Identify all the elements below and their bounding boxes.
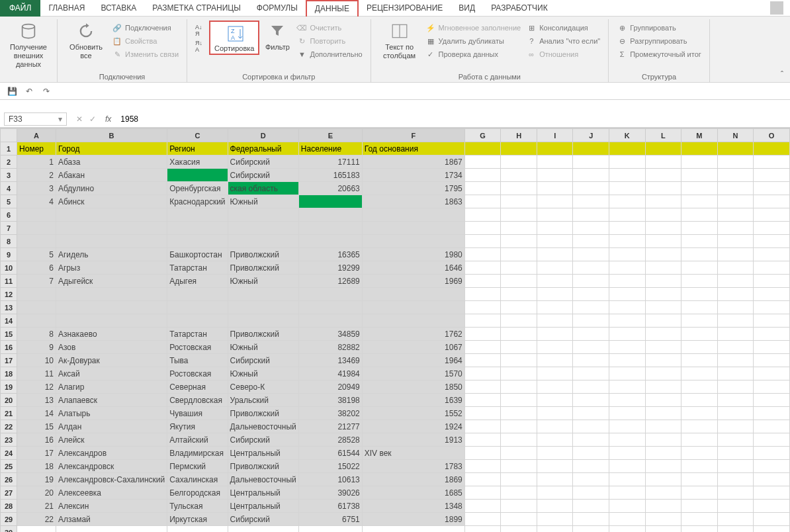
cell-G21[interactable]: [464, 407, 501, 420]
cell-N15[interactable]: [717, 328, 754, 341]
cell-L22[interactable]: [645, 420, 681, 433]
cell-I10[interactable]: [537, 261, 573, 275]
cell-A28[interactable]: 21: [17, 500, 56, 513]
cell-N23[interactable]: [717, 433, 754, 447]
cell-N3[interactable]: [717, 169, 754, 182]
cell-D21[interactable]: Приволжский: [228, 407, 298, 420]
cell-C14[interactable]: [167, 314, 228, 328]
fx-icon[interactable]: fx: [105, 114, 111, 124]
col-header-E[interactable]: E: [298, 129, 362, 142]
cell-C2[interactable]: Хакасия: [167, 155, 228, 169]
cell-D29[interactable]: Сибирский: [228, 513, 298, 526]
cell-N16[interactable]: [717, 341, 754, 354]
cell-A18[interactable]: 11: [17, 367, 56, 380]
cell-I7[interactable]: [537, 222, 573, 235]
cell-O3[interactable]: [754, 169, 790, 182]
cell-D26[interactable]: Дальневосточный: [228, 473, 298, 486]
cell-N13[interactable]: [717, 301, 754, 314]
cell-E19[interactable]: 20949: [298, 380, 362, 394]
cell-O12[interactable]: [754, 288, 790, 301]
cell-C11[interactable]: Адыгея: [167, 275, 228, 288]
cell-L3[interactable]: [645, 169, 681, 182]
cell-K9[interactable]: [609, 248, 645, 261]
cell-E28[interactable]: 61738: [298, 500, 362, 513]
cell-C19[interactable]: Северная: [167, 380, 228, 394]
cell-G13[interactable]: [464, 301, 501, 314]
cell-O7[interactable]: [754, 222, 790, 235]
col-header-L[interactable]: L: [645, 129, 681, 142]
cell-A20[interactable]: 13: [17, 394, 56, 407]
cell-H17[interactable]: [501, 354, 537, 367]
cell-N9[interactable]: [717, 248, 754, 261]
row-header-12[interactable]: 12: [1, 288, 17, 301]
cell-B5[interactable]: Абинск: [56, 195, 167, 208]
cell-H24[interactable]: [501, 447, 537, 460]
cell-I5[interactable]: [537, 195, 573, 208]
cell-F22[interactable]: 1924: [362, 420, 464, 433]
cell-H11[interactable]: [501, 275, 537, 288]
col-header-M[interactable]: M: [681, 129, 718, 142]
cell-M10[interactable]: [681, 261, 718, 275]
cell-H13[interactable]: [501, 301, 537, 314]
cell-M15[interactable]: [681, 328, 718, 341]
row-header-20[interactable]: 20: [1, 394, 17, 407]
cell-M1[interactable]: [681, 142, 718, 155]
cell-I28[interactable]: [537, 500, 573, 513]
cell-M12[interactable]: [681, 288, 718, 301]
cell-A4[interactable]: 3: [17, 182, 56, 195]
row-header-8[interactable]: 8: [1, 235, 17, 248]
cell-G8[interactable]: [464, 235, 501, 248]
cell-M26[interactable]: [681, 473, 718, 486]
cell-I17[interactable]: [537, 354, 573, 367]
cell-M2[interactable]: [681, 155, 718, 169]
cell-B1[interactable]: Город: [56, 142, 167, 155]
cell-A6[interactable]: [17, 208, 56, 222]
cell-G7[interactable]: [464, 222, 501, 235]
tab-insert[interactable]: ВСТАВКА: [93, 0, 144, 17]
cell-O24[interactable]: [754, 447, 790, 460]
cell-D11[interactable]: Южный: [228, 275, 298, 288]
cell-D8[interactable]: [228, 235, 298, 248]
cell-N7[interactable]: [717, 222, 754, 235]
cell-B20[interactable]: Алапаевск: [56, 394, 167, 407]
row-header-4[interactable]: 4: [1, 182, 17, 195]
connections-button[interactable]: 🔗Подключения: [109, 22, 181, 34]
cell-J16[interactable]: [573, 341, 609, 354]
cell-J26[interactable]: [573, 473, 609, 486]
cell-B15[interactable]: Азнакаево: [56, 328, 167, 341]
cell-M29[interactable]: [681, 513, 718, 526]
text-to-columns-button[interactable]: Текст по столбцам: [376, 19, 423, 62]
cell-C8[interactable]: [167, 235, 228, 248]
cell-B17[interactable]: Ак-Довурак: [56, 354, 167, 367]
cell-E24[interactable]: 61544: [298, 447, 362, 460]
cell-L11[interactable]: [645, 275, 681, 288]
cell-K1[interactable]: [609, 142, 645, 155]
cell-N28[interactable]: [717, 500, 754, 513]
cell-C3[interactable]: [167, 169, 228, 182]
cell-B26[interactable]: Александровск-Сахалинский: [56, 473, 167, 486]
cell-D19[interactable]: Северо-К: [228, 380, 298, 394]
cell-D22[interactable]: Дальневосточный: [228, 420, 298, 433]
cell-O27[interactable]: [754, 486, 790, 500]
cell-A26[interactable]: 19: [17, 473, 56, 486]
cell-J20[interactable]: [573, 394, 609, 407]
row-header-3[interactable]: 3: [1, 169, 17, 182]
cell-L14[interactable]: [645, 314, 681, 328]
cell-N4[interactable]: [717, 182, 754, 195]
cell-J4[interactable]: [573, 182, 609, 195]
cell-C18[interactable]: Ростовская: [167, 367, 228, 380]
cell-F5[interactable]: 1863: [362, 195, 464, 208]
cell-I6[interactable]: [537, 208, 573, 222]
cell-O15[interactable]: [754, 328, 790, 341]
cell-E8[interactable]: [298, 235, 362, 248]
cell-L28[interactable]: [645, 500, 681, 513]
cell-B16[interactable]: Азов: [56, 341, 167, 354]
cell-J14[interactable]: [573, 314, 609, 328]
row-header-7[interactable]: 7: [1, 222, 17, 235]
advanced-filter-button[interactable]: ▼Дополнительно: [294, 48, 365, 60]
cell-A9[interactable]: 5: [17, 248, 56, 261]
cell-G9[interactable]: [464, 248, 501, 261]
cell-K14[interactable]: [609, 314, 645, 328]
cell-M27[interactable]: [681, 486, 718, 500]
cell-C5[interactable]: Краснодарский: [167, 195, 228, 208]
